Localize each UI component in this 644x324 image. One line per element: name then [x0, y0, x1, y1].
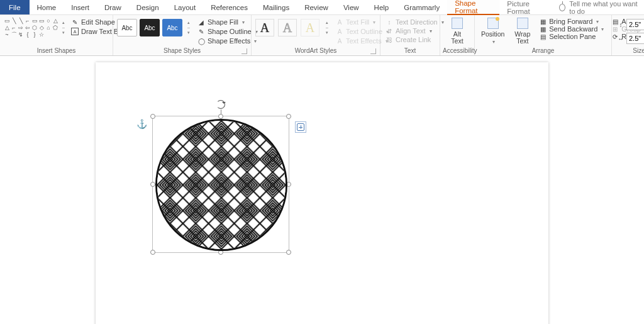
resize-handle-l[interactable]: [150, 182, 155, 187]
shape-height-field[interactable]: ↕ ▴▾: [617, 19, 644, 30]
group-label-accessibility: Accessibility: [443, 47, 472, 55]
bring-forward-button[interactable]: ▦ Bring Forward ▾: [538, 18, 605, 25]
wordart-style-2[interactable]: A: [278, 19, 297, 36]
wordart-gallery[interactable]: A A A ▴–▾: [254, 16, 331, 39]
resize-handle-t[interactable]: [218, 114, 223, 119]
text-effects-icon: A: [336, 37, 343, 45]
group-label-insert-shapes: Insert Shapes: [3, 47, 110, 55]
send-backward-button[interactable]: ▦ Send Backward ▾: [538, 25, 605, 33]
tab-design[interactable]: Design: [129, 0, 167, 14]
style-gallery-scroll[interactable]: ▴–▾: [186, 20, 191, 35]
diamond-pattern-icon: [157, 121, 286, 249]
text-fill-icon: A: [336, 18, 343, 26]
position-icon: [487, 18, 499, 29]
resize-handle-br[interactable]: [286, 250, 291, 255]
anchor-icon[interactable]: ⚓: [136, 119, 147, 129]
tab-file[interactable]: File: [0, 0, 30, 14]
tab-picture-format[interactable]: Picture Format: [499, 0, 553, 14]
height-icon: ↕: [617, 21, 625, 28]
ribbon: ▭╲╲⌐▭▭○△ △⌐⇨⇦⬡◇⌂⬠ ~⌒↯{}☆ ▴–▾ ✎ Edit Shap…: [0, 15, 644, 56]
dialog-launcher-icon[interactable]: [370, 48, 376, 54]
shapes-gallery[interactable]: ▭╲╲⌐▭▭○△ △⌐⇨⇦⬡◇⌂⬠ ~⌒↯{}☆: [3, 16, 60, 39]
group-size: ↕ ▴▾ ↔ ▴▾ Size: [612, 15, 644, 55]
shape-outline-button[interactable]: ✎ Shape Outline ▾: [196, 27, 259, 36]
text-box-icon: A: [71, 28, 79, 35]
align-text-button[interactable]: ⇵ Align Text ▾: [384, 26, 445, 35]
wordart-style-1[interactable]: A: [255, 19, 274, 36]
tab-help[interactable]: Help: [367, 0, 397, 14]
group-label-wordart: WordArt Styles: [254, 47, 377, 55]
selection-pane-icon: ▤: [539, 33, 547, 40]
height-input[interactable]: [626, 19, 644, 30]
tab-view[interactable]: View: [336, 0, 367, 14]
resize-handle-tr[interactable]: [286, 114, 291, 119]
width-icon: ↔: [617, 35, 625, 42]
wrap-text-icon: [517, 18, 528, 29]
effects-icon: ◯: [197, 37, 205, 45]
position-button[interactable]: Position ▾: [477, 16, 508, 46]
bring-forward-icon: ▦: [539, 18, 547, 25]
tab-mailings[interactable]: Mailings: [255, 0, 297, 14]
shape-style-gallery[interactable]: Abc Abc Abc ▴–▾: [116, 16, 192, 39]
width-input[interactable]: [626, 33, 644, 44]
tab-layout[interactable]: Layout: [167, 0, 204, 14]
rotation-handle[interactable]: [216, 100, 225, 109]
tab-insert[interactable]: Insert: [64, 0, 97, 14]
tab-references[interactable]: References: [203, 0, 255, 14]
group-accessibility: Alt Text Accessibility: [440, 15, 475, 55]
wordart-gallery-scroll[interactable]: ▴–▾: [325, 20, 330, 35]
group-wordart-styles: A A A ▴–▾ A Text Fill ▾ A Text Outline ▾: [252, 15, 380, 55]
text-direction-icon: ↕: [386, 18, 393, 26]
resize-handle-tl[interactable]: [150, 114, 155, 119]
create-link-button[interactable]: ⛓ Create Link: [384, 35, 445, 44]
wordart-style-3[interactable]: A: [301, 19, 319, 36]
pen-outline-icon: ✎: [197, 28, 205, 35]
group-text: ↕ Text Direction ▾ ⇵ Align Text ▾ ⛓ Crea…: [380, 15, 440, 55]
style-swatch-blue[interactable]: Abc: [162, 19, 182, 36]
group-label-size: Size: [614, 47, 644, 55]
group-label-arrange: Arrange: [477, 47, 609, 55]
page[interactable]: ⚓: [96, 62, 548, 324]
align-text-icon: ⇵: [386, 27, 393, 35]
tab-draw[interactable]: Draw: [97, 0, 129, 14]
shapes-gallery-scroll[interactable]: ▴–▾: [61, 16, 66, 39]
svg-rect-1: [157, 121, 286, 249]
selected-shape-circle[interactable]: [155, 119, 287, 251]
send-backward-icon: ▦: [539, 25, 547, 33]
dialog-launcher-icon[interactable]: [242, 48, 247, 54]
group-arrange: Position ▾ Wrap Text ▦ Bring Forward ▾ ▦…: [475, 15, 612, 55]
shape-fill-button[interactable]: ◢ Shape Fill ▾: [196, 18, 259, 26]
link-icon: ⛓: [386, 36, 393, 43]
group-label-shape-styles: Shape Styles: [116, 47, 248, 55]
alt-text-button[interactable]: Alt Text: [447, 16, 467, 46]
tab-shape-format[interactable]: Shape Format: [447, 0, 499, 15]
tell-me-search[interactable]: Tell me what you want to do: [553, 0, 644, 14]
tab-home[interactable]: Home: [30, 0, 64, 14]
shape-width-field[interactable]: ↔ ▴▾: [617, 33, 644, 44]
tab-grammarly[interactable]: Grammarly: [396, 0, 447, 14]
layout-options-button[interactable]: [295, 121, 306, 133]
document-canvas[interactable]: ⚓: [0, 56, 644, 324]
alt-text-icon: [452, 18, 463, 29]
style-swatch-white[interactable]: Abc: [117, 19, 137, 36]
text-outline-icon: A: [336, 28, 343, 35]
selection-pane-button[interactable]: ▤ Selection Pane: [538, 33, 605, 40]
group-label-text: Text: [383, 47, 437, 55]
group-insert-shapes: ▭╲╲⌐▭▭○△ △⌐⇨⇦⬡◇⌂⬠ ~⌒↯{}☆ ▴–▾ ✎ Edit Shap…: [0, 15, 113, 55]
wrap-text-button[interactable]: Wrap Text: [511, 16, 534, 46]
style-swatch-black[interactable]: Abc: [140, 19, 160, 36]
bucket-icon: ◢: [197, 18, 205, 26]
shape-effects-button[interactable]: ◯ Shape Effects ▾: [196, 36, 259, 45]
resize-handle-bl[interactable]: [150, 250, 155, 255]
edit-shape-icon: ✎: [71, 18, 79, 26]
group-shape-styles: Abc Abc Abc ▴–▾ ◢ Shape Fill ▾ ✎ Shape O…: [113, 15, 252, 55]
tab-review[interactable]: Review: [297, 0, 336, 14]
text-direction-button[interactable]: ↕ Text Direction ▾: [384, 18, 445, 26]
menu-tabs: File Home Insert Draw Design Layout Refe…: [0, 0, 644, 15]
tell-me-label: Tell me what you want to do: [569, 0, 638, 15]
selection-bounding-box[interactable]: [152, 116, 289, 253]
lightbulb-icon: [559, 4, 565, 11]
